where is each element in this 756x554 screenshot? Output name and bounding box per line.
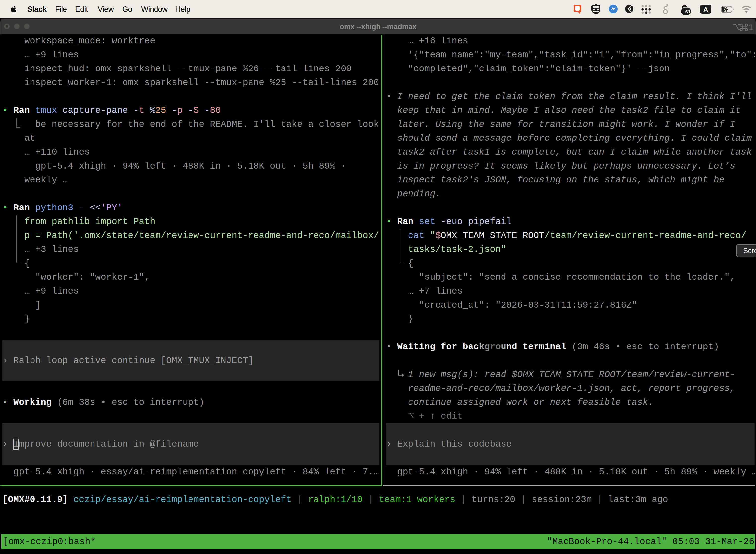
svg-text:..61: ..61	[683, 9, 691, 14]
svg-text:A: A	[703, 6, 708, 13]
